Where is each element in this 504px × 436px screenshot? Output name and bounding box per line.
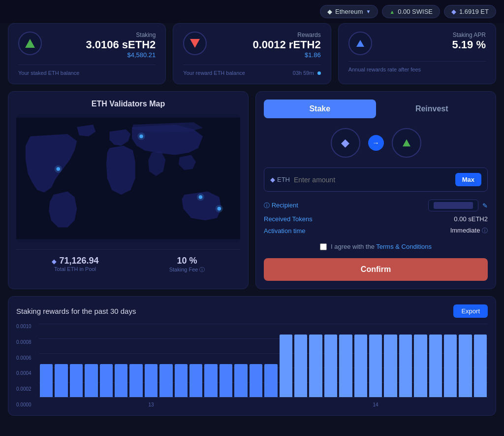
- recipient-redacted: [434, 202, 473, 209]
- seth2-token-circle: [392, 128, 421, 158]
- network-selector[interactable]: ◆ Ethereum ▼: [320, 5, 378, 18]
- info-icon: ⓘ: [199, 267, 205, 272]
- bar: [204, 364, 217, 397]
- rewards-card: Rewards 0.0012 rETH2 $1.86 Your reward E…: [173, 23, 331, 84]
- bar-group: [353, 324, 368, 397]
- swap-arrow-circle: →: [368, 135, 384, 151]
- amount-row[interactable]: ◆ ETH Max: [264, 168, 488, 192]
- received-tokens-label: Received Tokens: [264, 215, 313, 223]
- map-title: ETH Validators Map: [16, 100, 240, 108]
- bar: [145, 364, 158, 397]
- bar-group: [174, 324, 189, 397]
- max-button[interactable]: Max: [455, 173, 481, 186]
- terms-link[interactable]: Terms & Conditions: [376, 243, 432, 250]
- bar-group: [458, 324, 472, 397]
- bar-group: [54, 324, 68, 397]
- svg-point-4: [137, 133, 145, 140]
- apr-card: Staking APR 5.19 % Annual rewards rate a…: [338, 23, 496, 84]
- network-label: Ethereum: [335, 8, 363, 15]
- bar: [40, 364, 53, 397]
- bar: [309, 335, 322, 397]
- bar: [399, 335, 412, 397]
- rewards-label: Rewards: [213, 32, 320, 38]
- bar: [115, 364, 127, 397]
- bar: [414, 335, 427, 397]
- bar: [444, 335, 457, 397]
- seth2-token-icon: [403, 139, 410, 146]
- bar-group: [233, 324, 248, 397]
- y-label-4: 0.0008: [16, 339, 37, 345]
- total-eth-stat: ◆ 71,126.94 Total ETH in Pool: [52, 256, 99, 273]
- chart-header: Staking rewards for the past 30 days Exp…: [16, 304, 488, 318]
- bar: [324, 335, 337, 397]
- stat-cards: Staking 3.0106 sETH2 $4,580.21 Your stak…: [8, 23, 496, 84]
- recipient-row: ⓘ Recipient ✎: [264, 200, 488, 211]
- bar: [369, 335, 382, 397]
- received-tokens-row: Received Tokens 0.00 sETH2: [264, 215, 488, 223]
- rewards-timer: 03h 59m: [293, 70, 321, 76]
- staking-fee-value: 10 %: [169, 256, 205, 266]
- bar-group: [69, 324, 84, 397]
- apr-label: Staking APR: [378, 32, 486, 38]
- rewards-info: Rewards 0.0012 rETH2 $1.86: [213, 32, 320, 59]
- bar-group: [279, 324, 293, 397]
- eth-diamond-icon: ◆: [327, 8, 332, 15]
- bar: [474, 335, 487, 397]
- amount-input[interactable]: [290, 176, 455, 184]
- timer-dot: [317, 71, 321, 75]
- apr-info: Staking APR 5.19 %: [378, 32, 486, 51]
- x-label-14: 14: [373, 402, 378, 407]
- staking-usd: $4,580.21: [48, 51, 156, 59]
- eth-token-icon: ◆: [341, 136, 349, 149]
- edit-icon[interactable]: ✎: [482, 202, 488, 209]
- bar: [220, 364, 232, 397]
- eth-icon: ◆: [451, 8, 456, 15]
- bar-group: [293, 324, 308, 397]
- terms-checkbox[interactable]: [320, 243, 327, 250]
- world-map-svg: [16, 114, 240, 242]
- bar-group: [323, 324, 338, 397]
- bar: [459, 335, 472, 397]
- x-label-13: 13: [148, 402, 154, 407]
- main-content: Staking 3.0106 sETH2 $4,580.21 Your stak…: [0, 23, 504, 424]
- bar-group: [219, 324, 233, 397]
- export-button[interactable]: Export: [453, 304, 488, 318]
- bar: [384, 335, 397, 397]
- y-label-2: 0.0004: [16, 370, 37, 376]
- triangle-up-icon: ▲: [389, 9, 395, 15]
- chevron-down-icon: ▼: [366, 9, 371, 14]
- chart-bars: [39, 324, 488, 398]
- staking-info: Staking 3.0106 sETH2 $4,580.21: [48, 32, 156, 59]
- activation-time-value: Immediate ⓘ: [450, 227, 488, 235]
- bar-group: [203, 324, 218, 397]
- staking-label: Staking: [48, 32, 156, 38]
- bar: [234, 364, 247, 397]
- bar-group: [128, 324, 143, 397]
- tab-reinvest[interactable]: Reinvest: [376, 100, 488, 118]
- top-bar: ◆ Ethereum ▼ ▲ 0.00 SWISE ◆ 1.6919 ET: [0, 0, 504, 23]
- tab-stake[interactable]: Stake: [264, 100, 376, 118]
- info-circle-icon: ⓘ: [264, 202, 270, 209]
- stake-tabs: Stake Reinvest: [264, 100, 488, 118]
- bar: [85, 364, 97, 397]
- activation-time-label: Activation time: [264, 227, 306, 235]
- arrow-right-icon: →: [373, 139, 379, 147]
- confirm-button[interactable]: Confirm: [264, 258, 488, 281]
- bar-group: [189, 324, 203, 397]
- staking-fee-label: Staking Fee ⓘ: [169, 266, 205, 273]
- bar-group: [473, 324, 488, 397]
- bar: [100, 364, 113, 397]
- terms-row[interactable]: I agree with the Terms & Conditions: [264, 243, 488, 250]
- bar-group: [263, 324, 278, 397]
- staking-icon: [18, 32, 42, 55]
- validators-map-card: ETH Validators Map: [8, 91, 249, 289]
- rewards-usd: $1.86: [213, 51, 320, 59]
- terms-label: I agree with the Terms & Conditions: [331, 243, 432, 250]
- stake-card: Stake Reinvest ◆ → ◆ ETH: [255, 91, 496, 289]
- amount-currency-label: ◆ ETH: [270, 176, 290, 183]
- mid-row: ETH Validators Map: [8, 91, 496, 289]
- svg-point-8: [216, 205, 223, 212]
- bar-group: [39, 324, 54, 397]
- rewards-footer: Your reward ETH balance 03h 59m: [183, 65, 320, 76]
- map-container: [16, 114, 240, 242]
